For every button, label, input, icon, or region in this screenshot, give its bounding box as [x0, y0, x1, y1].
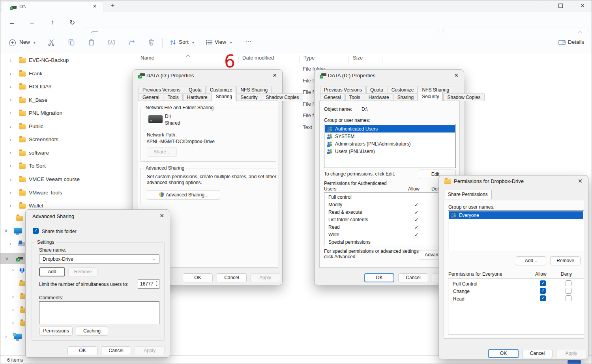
ok-button[interactable]: OK: [364, 273, 394, 282]
list-item-users[interactable]: Users (PNL\Users): [325, 147, 455, 155]
refresh-icon[interactable]: ↻: [67, 19, 77, 27]
tab-previous-versions[interactable]: Previous Versions: [320, 86, 366, 93]
cancel-button[interactable]: Cancel: [217, 273, 247, 282]
minimize-icon[interactable]: —: [538, 3, 550, 9]
ok-button[interactable]: OK: [488, 349, 519, 358]
tab-general[interactable]: General: [320, 93, 345, 101]
change-deny-checkbox[interactable]: [566, 288, 571, 294]
sidebar-item[interactable]: ›EVE-NG-Backup: [0, 56, 121, 66]
add-button[interactable]: Add: [39, 267, 65, 276]
close-icon[interactable]: ✕: [578, 178, 583, 184]
cancel-button[interactable]: Cancel: [398, 273, 428, 282]
tab-security-active[interactable]: Security: [418, 92, 443, 101]
share-status: Shared: [165, 120, 180, 126]
group-list-label: Group or user names:: [324, 118, 370, 123]
tab-nfs-sharing[interactable]: NFS Sharing: [236, 86, 272, 93]
sidebar-item[interactable]: ›VMCE Veeam course: [0, 175, 121, 185]
sidebar-item[interactable]: ›Frank: [0, 69, 121, 79]
new-button[interactable]: New: [19, 39, 30, 45]
read-allow-checkbox[interactable]: [540, 295, 546, 301]
paste-icon[interactable]: [88, 39, 96, 48]
share-button[interactable]: Share...: [147, 147, 177, 157]
sidebar-item[interactable]: ›Screenshots: [0, 135, 121, 145]
list-item-everyone[interactable]: Everyone: [449, 211, 583, 219]
tab-quota[interactable]: Quota: [185, 86, 206, 93]
folder-icon: [19, 164, 26, 169]
sort-button[interactable]: Sort: [179, 39, 189, 45]
sidebar-item[interactable]: ›software: [0, 148, 121, 159]
full-control-deny-checkbox[interactable]: [566, 280, 571, 286]
remove-button[interactable]: Remove: [68, 267, 97, 276]
close-window-icon[interactable]: ✕: [577, 3, 588, 9]
new-tab-icon[interactable]: +: [111, 2, 114, 9]
tab-sharing-active[interactable]: Sharing: [212, 92, 236, 101]
tab-previous-versions[interactable]: Previous Versions: [139, 86, 184, 93]
spinner-buttons[interactable]: ▲▼: [154, 280, 159, 288]
permissions-button[interactable]: Permissions: [39, 327, 73, 336]
cancel-button[interactable]: Cancel: [522, 349, 553, 358]
remove-button[interactable]: Remove: [550, 256, 581, 265]
explorer-tab[interactable]: ↗ D:\ ✕: [2, 1, 103, 12]
tab-general[interactable]: General: [139, 93, 163, 101]
list-item-administrators[interactable]: Administrators (PNL\Administrators): [325, 140, 455, 147]
list-item-system[interactable]: SYSTEM: [325, 133, 455, 140]
sidebar-item[interactable]: ›Public: [0, 122, 121, 132]
apply-button[interactable]: Apply: [250, 273, 280, 282]
tab-shadow-copies[interactable]: Shadow Copies: [262, 93, 303, 101]
tab-customize[interactable]: Customize: [388, 86, 418, 93]
cancel-button[interactable]: Cancel: [101, 346, 131, 355]
tab-shadow-copies[interactable]: Shadow Copies: [443, 93, 484, 101]
sidebar-item[interactable]: ›To Sort: [0, 161, 121, 172]
share-name-combobox[interactable]: Dropbox-Drive ⌄: [39, 254, 159, 264]
up-icon[interactable]: ↑: [48, 19, 57, 26]
tab-tools[interactable]: Tools: [164, 93, 183, 101]
sidebar-item[interactable]: ›VMware Tools: [0, 188, 121, 198]
maximize-icon[interactable]: [558, 4, 563, 8]
sidebar-item[interactable]: ›PNL Migration: [0, 108, 121, 119]
tab-sharing[interactable]: Sharing: [393, 93, 418, 101]
dialog-title: DATA (D:) Properties: [146, 73, 194, 78]
close-tab-icon[interactable]: ✕: [93, 4, 97, 9]
close-icon[interactable]: ✕: [272, 72, 277, 78]
object-name-label: Object name:: [324, 106, 352, 112]
view-button[interactable]: View: [215, 39, 226, 45]
list-item-authenticated-users[interactable]: Authenticated Users: [325, 125, 455, 133]
column-type[interactable]: Type: [303, 55, 315, 61]
more-options-icon[interactable]: ⋯: [245, 38, 251, 45]
apply-button[interactable]: Apply: [556, 349, 586, 358]
tab-hardware[interactable]: Hardware: [365, 93, 393, 101]
add-button[interactable]: Add...: [516, 256, 546, 265]
tab-quota[interactable]: Quota: [366, 86, 387, 93]
change-allow-checkbox[interactable]: [540, 288, 546, 294]
sidebar-item-data-drive-selected[interactable]: ∨↗: [0, 253, 25, 264]
sidebar-item[interactable]: ›HOLIDAY: [0, 82, 121, 92]
cut-icon[interactable]: [48, 39, 55, 48]
apply-button[interactable]: Apply: [135, 346, 165, 355]
tab-hardware[interactable]: Hardware: [183, 93, 212, 101]
full-control-allow-checkbox[interactable]: [540, 280, 546, 286]
tab-tools[interactable]: Tools: [345, 93, 364, 101]
share-this-folder-checkbox[interactable]: [33, 228, 39, 234]
delete-icon[interactable]: [148, 39, 155, 48]
forward-icon[interactable]: →: [27, 19, 37, 26]
rename-icon[interactable]: [108, 39, 115, 48]
column-date-modified[interactable]: Date modified: [242, 55, 274, 61]
back-icon[interactable]: ←: [7, 19, 17, 26]
close-icon[interactable]: ✕: [454, 72, 459, 78]
tab-share-permissions-active[interactable]: Share Permissions: [444, 190, 492, 199]
advanced-sharing-button[interactable]: Advanced Sharing...: [147, 190, 220, 200]
comments-textarea[interactable]: [39, 301, 159, 324]
ok-button[interactable]: OK: [67, 346, 97, 355]
copy-icon[interactable]: [68, 39, 75, 48]
sidebar-item[interactable]: ›K_Base: [0, 95, 121, 106]
ok-button[interactable]: OK: [183, 273, 213, 282]
limit-spinner[interactable]: 16777 ▲▼: [138, 279, 159, 289]
column-size[interactable]: Size: [353, 55, 363, 61]
read-deny-checkbox[interactable]: [566, 295, 571, 301]
column-name[interactable]: Name: [141, 55, 154, 61]
details-button[interactable]: Details: [568, 39, 584, 45]
share-icon[interactable]: [128, 39, 135, 48]
caching-button[interactable]: Caching: [76, 327, 108, 336]
close-icon[interactable]: ✕: [159, 213, 164, 219]
tab-security[interactable]: Security: [236, 93, 261, 101]
